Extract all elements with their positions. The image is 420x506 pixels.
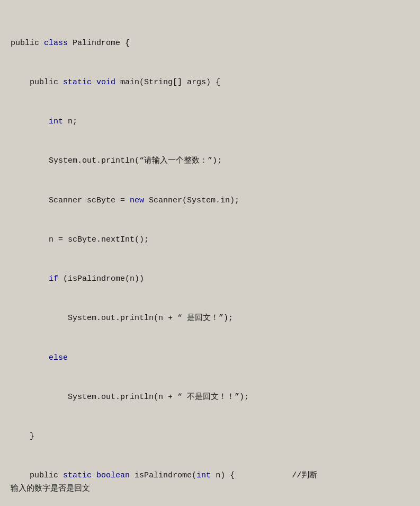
code-line-8: System.out.println(n + “ 是回文！”);	[11, 312, 409, 325]
code-line-12: public static boolean isPalindrome(int n…	[11, 469, 409, 483]
code-container: public class Palindrome { public static …	[0, 0, 420, 506]
code-line-12b: 输入的数字是否是回文	[11, 483, 409, 496]
code-line-9: else	[11, 352, 409, 365]
code-line-4: System.out.println(“请输入一个整数：”);	[11, 155, 409, 168]
code-line-1: public class Palindrome {	[11, 37, 409, 50]
code-line-3: int n;	[11, 116, 409, 129]
code-line-6: n = scByte.nextInt();	[11, 234, 409, 247]
code-block: public class Palindrome { public static …	[0, 5, 420, 506]
code-line-10: System.out.println(n + “ 不是回文！！”);	[11, 391, 409, 404]
code-line-7: if (isPalindrome(n))	[11, 273, 409, 286]
code-line-5: Scanner scByte = new Scanner(System.in);	[11, 194, 409, 208]
code-line-2: public static void main(String[] args) {	[11, 76, 409, 90]
code-line-11: }	[11, 430, 409, 443]
